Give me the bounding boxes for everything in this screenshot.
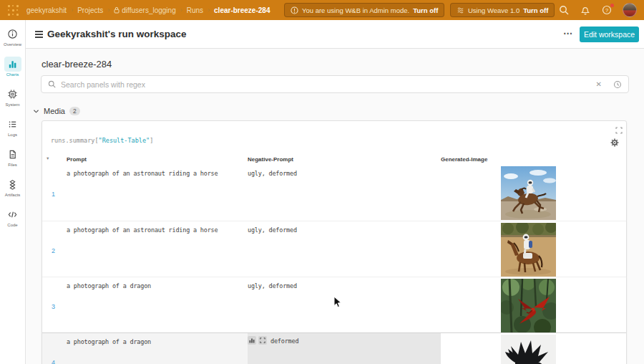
help-icon[interactable]: ? — [601, 5, 612, 16]
sidebar-item-label: Charts — [6, 72, 19, 77]
info-icon — [4, 27, 21, 42]
sidebar-item-label: System — [5, 102, 19, 107]
run-name-heading: clear-breeze-284 — [42, 59, 112, 70]
page-title: Geekyrakshit's run workspace — [47, 29, 187, 39]
chevron-down-icon — [33, 109, 39, 114]
negative-prompt-text: deformed — [270, 336, 298, 345]
code-icon — [4, 207, 21, 222]
breadcrumb-runs[interactable]: Runs — [187, 6, 203, 14]
breadcrumb-run-name[interactable]: clear-breeze-284 — [214, 6, 270, 14]
sidebar-item-code[interactable]: Code — [4, 207, 21, 227]
file-icon — [4, 147, 21, 162]
row-index: 3 — [42, 277, 67, 332]
sidebar-item-label: Files — [8, 163, 17, 167]
negative-prompt-cell[interactable]: ugly, deformed — [248, 277, 441, 332]
sidebar-item-charts[interactable]: Charts — [4, 57, 21, 77]
table-row: 3 a photograph of a dragon ugly, deforme… — [42, 277, 626, 332]
sidebar-item-overview[interactable]: Overview — [4, 27, 21, 47]
search-history-icon[interactable] — [613, 80, 622, 89]
wandb-logo-icon[interactable] — [6, 4, 19, 16]
generated-image-red-dragon-forest[interactable] — [501, 279, 556, 332]
topbar: geekyrakshit › Projects › diffusers_logg… — [0, 0, 644, 20]
generated-image-cell[interactable] — [441, 277, 626, 332]
left-sidebar: Overview Charts System Logs Files Artifa… — [0, 20, 26, 364]
cell-expand-action-button[interactable] — [258, 336, 267, 345]
notification-dot — [610, 4, 614, 7]
sidebar-item-label: Overview — [4, 42, 21, 47]
charts-icon — [4, 57, 21, 72]
svg-text:?: ? — [605, 7, 608, 14]
prompt-cell[interactable]: a photograph of an astronaut riding a ho… — [67, 221, 248, 277]
generated-image-astronaut-horse-gallop[interactable] — [501, 166, 556, 220]
sidebar-item-label: Logs — [8, 133, 17, 137]
breadcrumb: geekyrakshit › Projects › diffusers_logg… — [26, 6, 270, 14]
weave-badge: Using Weave 1.0 Turn off — [450, 3, 555, 17]
negative-prompt-cell[interactable]: deformed — [248, 333, 441, 364]
negative-prompt-cell[interactable]: ugly, deformed — [248, 221, 441, 277]
breadcrumb-separator: › — [208, 6, 210, 14]
search-icon[interactable] — [558, 5, 569, 16]
cell-chart-action-button[interactable] — [248, 336, 256, 345]
panel-query-expression[interactable]: runs.summary["Result-Table"] — [51, 137, 153, 144]
generated-image-black-dragon[interactable] — [501, 335, 556, 364]
generated-image-cell[interactable] — [441, 221, 626, 277]
breadcrumb-separator: › — [180, 6, 182, 14]
sidebar-item-artifacts[interactable]: Artifacts — [4, 177, 21, 197]
lock-icon — [114, 6, 119, 14]
sidebar-item-files[interactable]: Files — [4, 147, 21, 167]
admin-turn-off-button[interactable]: Turn off — [413, 6, 438, 14]
table-header-row: ▼ Prompt Negative-Prompt Generated-Image — [42, 156, 626, 165]
hamburger-menu-icon[interactable] — [35, 31, 43, 39]
prompt-cell[interactable]: a photograph of an astronaut riding a ho… — [67, 165, 248, 221]
media-section-header[interactable]: Media 2 — [33, 107, 80, 115]
search-icon — [48, 80, 56, 88]
gear-icon[interactable] — [610, 137, 619, 150]
column-header-generated-image[interactable]: Generated-Image — [441, 156, 626, 163]
column-header-prompt[interactable]: Prompt — [67, 156, 248, 163]
workspace-body: clear-breeze-284 ✕ Media 2 runs.summary[… — [26, 49, 644, 364]
breadcrumb-entity[interactable]: geekyrakshit — [26, 6, 67, 14]
workspace-header: Geekyrakshit's run workspace ⋯ Edit work… — [26, 20, 644, 49]
weave-badge-text: Using Weave 1.0 — [468, 6, 519, 14]
generated-image-cell[interactable] — [441, 165, 626, 221]
table-row: 4 a photograph of a dragon deformed — [42, 332, 626, 364]
breadcrumb-projects[interactable]: Projects — [77, 6, 103, 14]
table-row: 2 a photograph of an astronaut riding a … — [42, 221, 626, 277]
column-header-negative-prompt[interactable]: Negative-Prompt — [248, 156, 441, 163]
query-key: "Result-Table" — [99, 137, 150, 144]
layers-icon — [4, 177, 21, 192]
prompt-cell[interactable]: a photograph of a dragon — [67, 333, 248, 364]
admin-mode-banner: You are using W&B in Admin mode. Turn of… — [284, 3, 444, 17]
negative-prompt-cell[interactable]: ugly, deformed — [248, 165, 441, 221]
media-section-label: Media — [44, 107, 65, 115]
prompt-cell[interactable]: a photograph of a dragon — [67, 277, 248, 332]
cpu-chip-icon — [4, 87, 21, 102]
sidebar-item-label: Artifacts — [5, 193, 21, 197]
panel-search-bar: ✕ — [41, 75, 629, 93]
overflow-menu-icon[interactable]: ⋯ — [563, 28, 573, 39]
list-icon — [4, 117, 21, 132]
notifications-bell-icon[interactable] — [580, 5, 590, 16]
row-index: 4 — [42, 333, 67, 364]
breadcrumb-separator: › — [107, 6, 109, 14]
sidebar-item-logs[interactable]: Logs — [4, 117, 21, 137]
weave-turn-off-button[interactable]: Turn off — [523, 6, 548, 14]
breadcrumb-separator: › — [71, 6, 73, 14]
result-table-panel: runs.summary["Result-Table"] ▼ Prompt Ne… — [42, 120, 627, 364]
search-input[interactable] — [61, 80, 591, 89]
edit-workspace-button[interactable]: Edit workspace — [580, 27, 639, 42]
row-index: 2 — [42, 221, 67, 277]
sidebar-item-label: Code — [7, 223, 17, 227]
alert-info-icon — [291, 6, 298, 14]
generated-image-cell[interactable] — [441, 333, 626, 364]
breadcrumb-project[interactable]: diffusers_logging — [122, 6, 175, 14]
media-count-badge: 2 — [69, 107, 80, 115]
user-avatar[interactable] — [623, 3, 637, 17]
generated-image-astronaut-horse-walk[interactable] — [501, 223, 556, 277]
clear-search-icon[interactable]: ✕ — [596, 80, 602, 88]
sidebar-item-system[interactable]: System — [4, 87, 21, 107]
admin-banner-text: You are using W&B in Admin mode. — [302, 6, 409, 14]
row-index: 1 — [42, 165, 67, 221]
fullscreen-icon[interactable] — [615, 124, 623, 137]
filter-icon[interactable]: ▼ — [42, 156, 67, 161]
